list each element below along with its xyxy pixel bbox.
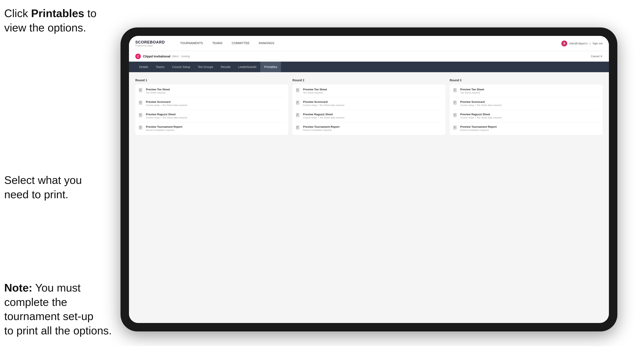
instruction-top: Click Printables toview the options.: [4, 6, 106, 35]
tournament-name: Clippd Invitational: [143, 54, 170, 58]
raguzzi-icon-r3: [453, 113, 458, 119]
round-2-tee-sheet-text: Preview Tee Sheet Tee Sheet required: [303, 88, 327, 94]
separator: |: [590, 42, 590, 45]
nav-teams[interactable]: TEAMS: [208, 36, 227, 51]
round-1-tee-sheet-subtitle: Tee Sheet required: [146, 91, 170, 94]
tab-printables[interactable]: Printables: [260, 62, 281, 72]
tee-sheet-icon: [139, 88, 144, 94]
nav-committee[interactable]: COMMITTEE: [227, 36, 254, 51]
tab-tee-groups[interactable]: Tee Groups: [194, 62, 217, 72]
svg-rect-47: [454, 116, 455, 116]
scorecard-icon: [139, 101, 144, 107]
round-3-tournament-report-subtitle: Round Completion required: [460, 129, 497, 131]
cancel-button[interactable]: Cancel ✕: [591, 55, 602, 58]
scorecard-icon-r3: [453, 101, 458, 107]
tab-leaderboards[interactable]: Leaderboards: [234, 62, 260, 72]
svg-rect-5: [140, 89, 141, 89]
raguzzi-icon: [139, 113, 144, 119]
sign-out-link[interactable]: Sign out: [592, 42, 602, 45]
tab-course-setup[interactable]: Course Setup: [168, 62, 194, 72]
tournament-logo: C: [135, 54, 141, 59]
tab-results[interactable]: Results: [217, 62, 234, 72]
divider: [296, 122, 442, 122]
round-1-card: Preview Tee Sheet Tee Sheet required: [135, 84, 288, 135]
svg-rect-30: [297, 115, 298, 115]
divider: [139, 97, 285, 97]
round-3-raguzzi-title: Preview Raguzzi Sheet: [460, 113, 502, 116]
round-1-raguzzi[interactable]: Preview Raguzzi Sheet Course setup + Tee…: [139, 113, 285, 119]
tournament-bar: C Clippd Invitational (Men) Hosting Canc…: [129, 51, 609, 62]
raguzzi-icon-r2: [296, 113, 301, 119]
svg-rect-38: [454, 90, 456, 90]
round-1-tournament-report-text: Preview Tournament Report Round Completi…: [146, 125, 182, 131]
svg-rect-37: [454, 89, 456, 89]
round-3-scorecard[interactable]: Preview Scorecard Course setup + Tee She…: [453, 100, 599, 107]
user-email: blair@clippd.io: [569, 42, 587, 45]
round-1-title: Round 1: [135, 79, 288, 82]
round-2-scorecard-title: Preview Scorecard: [303, 100, 344, 103]
round-2-tee-sheet[interactable]: Preview Tee Sheet Tee Sheet required: [296, 88, 442, 94]
round-1-raguzzi-text: Preview Raguzzi Sheet Course setup + Tee…: [146, 113, 187, 119]
round-2-scorecard[interactable]: Preview Scorecard Course setup + Tee She…: [296, 100, 442, 107]
round-2-tournament-report-subtitle: Round Completion required: [303, 129, 339, 131]
round-1-raguzzi-subtitle: Course setup + Tee Sheet data required: [146, 116, 187, 119]
round-1-tournament-report-title: Preview Tournament Report: [146, 125, 182, 128]
svg-rect-45: [454, 114, 456, 114]
svg-rect-14: [140, 115, 141, 115]
round-2-raguzzi-text: Preview Raguzzi Sheet Course setup + Tee…: [303, 113, 344, 119]
divider: [139, 110, 285, 110]
round-2-tee-sheet-subtitle: Tee Sheet required: [303, 91, 327, 94]
top-nav-right: B blair@clippd.io | Sign out: [561, 40, 602, 46]
instruction-bottom: Note: You mustcomplete thetournament set…: [4, 281, 114, 338]
top-nav: SCOREBOARD Powered by clippd TOURNAMENTS…: [129, 36, 609, 51]
main-content: Round 1: [129, 72, 609, 323]
svg-rect-19: [140, 128, 140, 128]
tab-teams[interactable]: Teams: [152, 62, 168, 72]
nav-rankings[interactable]: RANKINGS: [254, 36, 279, 51]
round-2-raguzzi[interactable]: Preview Raguzzi Sheet Course setup + Tee…: [296, 113, 442, 119]
round-1-tee-sheet-title: Preview Tee Sheet: [146, 88, 170, 91]
round-3-raguzzi[interactable]: Preview Raguzzi Sheet Course setup + Tee…: [453, 113, 599, 119]
round-3-raguzzi-text: Preview Raguzzi Sheet Course setup + Tee…: [460, 113, 502, 119]
tablet-screen: SCOREBOARD Powered by clippd TOURNAMENTS…: [129, 36, 609, 323]
svg-rect-50: [454, 127, 456, 128]
svg-rect-29: [297, 114, 298, 114]
sub-nav: Details Teams Course Setup Tee Groups Re…: [129, 62, 609, 72]
svg-rect-26: [297, 102, 298, 103]
round-3-tournament-report-title: Preview Tournament Report: [460, 125, 497, 128]
printables-bold: Printables: [31, 7, 84, 19]
svg-rect-11: [140, 103, 140, 103]
round-2-raguzzi-subtitle: Course setup + Tee Sheet data required: [303, 116, 344, 119]
round-1-tee-sheet[interactable]: Preview Tee Sheet Tee Sheet required: [139, 88, 285, 94]
tee-sheet-icon-r2: [296, 88, 301, 94]
svg-rect-49: [454, 126, 456, 127]
nav-tournaments[interactable]: TOURNAMENTS: [176, 36, 208, 51]
instruction-middle: Select what youneed to print.: [4, 173, 110, 202]
round-1-scorecard[interactable]: Preview Scorecard Course setup + Tee She…: [139, 100, 285, 107]
round-1-tournament-report[interactable]: Preview Tournament Report Round Completi…: [139, 125, 285, 132]
round-2-tee-sheet-title: Preview Tee Sheet: [303, 88, 327, 91]
tab-details[interactable]: Details: [135, 62, 152, 72]
round-2-column: Round 2: [292, 79, 445, 135]
divider: [139, 122, 285, 122]
svg-rect-33: [297, 126, 298, 127]
round-3-tournament-report[interactable]: Preview Tournament Report Round Completi…: [453, 125, 599, 132]
svg-rect-34: [297, 127, 298, 128]
round-2-tournament-report-text: Preview Tournament Report Round Completi…: [303, 125, 339, 131]
svg-rect-15: [140, 116, 140, 116]
tournament-status: Hosting: [181, 55, 190, 58]
svg-rect-6: [140, 90, 141, 90]
svg-rect-31: [297, 116, 298, 116]
svg-rect-7: [140, 91, 140, 91]
round-3-raguzzi-subtitle: Course setup + Tee Sheet data required: [460, 116, 502, 119]
scorecard-icon-r2: [296, 101, 301, 107]
round-1-scorecard-title: Preview Scorecard: [146, 100, 187, 103]
rounds-grid: Round 1: [135, 79, 602, 135]
round-3-tournament-report-text: Preview Tournament Report Round Completi…: [460, 125, 497, 131]
round-2-tournament-report-title: Preview Tournament Report: [303, 125, 339, 128]
round-2-tournament-report[interactable]: Preview Tournament Report Round Completi…: [296, 125, 442, 132]
svg-rect-35: [297, 128, 298, 128]
svg-rect-41: [454, 101, 456, 102]
round-3-tee-sheet[interactable]: Preview Tee Sheet Tee Sheet required: [453, 88, 599, 94]
round-3-tee-sheet-text: Preview Tee Sheet Tee Sheet required: [460, 88, 484, 94]
